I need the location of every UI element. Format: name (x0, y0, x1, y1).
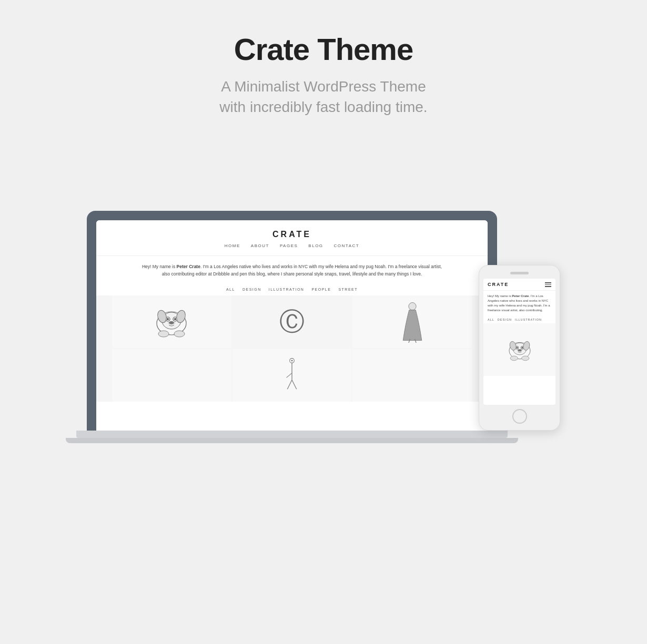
svg-point-9 (158, 331, 169, 337)
phone-home-button[interactable] (512, 409, 527, 424)
phone-screen: CRATE Hey! My name is Peter Crate. I'm a… (483, 279, 555, 405)
svg-line-17 (287, 380, 292, 389)
site-intro: Hey! My name is Peter Crate. I'm a Los A… (96, 256, 488, 284)
nav-home[interactable]: HOME (225, 243, 240, 248)
phone-site-header: CRATE (483, 279, 555, 291)
nav-pages[interactable]: PAGES (280, 243, 298, 248)
gallery-cell-1 (112, 295, 231, 348)
filter-design[interactable]: DESIGN (242, 288, 261, 291)
svg-point-25 (521, 347, 523, 349)
phone-filter-illustration[interactable]: ILLUSTRATION (515, 318, 542, 321)
site-header: CRATE HOME ABOUT PAGES BLOG CONTACT (96, 220, 488, 256)
site-filters: ALL DESIGN ILLUSTRATION PEOPLE STREET (96, 284, 488, 295)
svg-line-16 (286, 373, 292, 377)
laptop-screen: CRATE HOME ABOUT PAGES BLOG CONTACT Hey!… (96, 220, 488, 431)
phone-logo: CRATE (488, 282, 509, 287)
gallery-cell-6 (352, 349, 472, 402)
filter-all[interactable]: ALL (226, 288, 235, 291)
phone-body: CRATE Hey! My name is Peter Crate. I'm a… (479, 265, 560, 431)
gallery-cell-5 (232, 349, 352, 402)
decorative-c: Ⓒ (279, 305, 305, 339)
nav-blog[interactable]: BLOG (308, 243, 323, 248)
filter-street[interactable]: STREET (338, 288, 358, 291)
gallery-cell-4 (112, 349, 231, 402)
filter-illustration[interactable]: ILLUSTRATION (269, 288, 305, 291)
phone-filters: ALL DESIGN ILLUSTRATION (483, 316, 555, 323)
svg-point-10 (174, 331, 185, 337)
svg-point-26 (518, 350, 521, 352)
devices-showcase: CRATE HOME ABOUT PAGES BLOG CONTACT Hey!… (87, 149, 560, 443)
phone-speaker (510, 272, 529, 274)
phone-intro: Hey! My name is Peter Crate. I'm a Los A… (483, 291, 555, 316)
laptop-base (76, 431, 508, 438)
phone-device: CRATE Hey! My name is Peter Crate. I'm a… (479, 265, 560, 431)
site-gallery: Ⓒ (96, 295, 488, 402)
svg-point-4 (167, 318, 169, 320)
svg-point-6 (169, 321, 174, 324)
site-nav: HOME ABOUT PAGES BLOG CONTACT (96, 239, 488, 251)
phone-gallery (483, 323, 555, 376)
svg-point-11 (409, 302, 416, 310)
hamburger-icon[interactable] (545, 282, 551, 287)
page-subtitle: A Minimalist WordPress Theme with incred… (219, 76, 427, 117)
laptop-foot (66, 438, 518, 443)
svg-point-5 (174, 318, 176, 320)
site-logo: CRATE (96, 230, 488, 239)
page-title: Crate Theme (234, 32, 413, 67)
gallery-cell-2: Ⓒ (232, 295, 352, 348)
phone-filter-design[interactable]: DESIGN (498, 318, 512, 321)
phone-filter-all[interactable]: ALL (488, 318, 494, 321)
svg-line-18 (292, 380, 297, 389)
nav-about[interactable]: ABOUT (251, 243, 269, 248)
svg-point-19 (291, 360, 293, 361)
svg-point-29 (510, 356, 518, 361)
laptop-device: CRATE HOME ABOUT PAGES BLOG CONTACT Hey!… (87, 211, 497, 443)
svg-point-30 (521, 356, 529, 361)
laptop-website: CRATE HOME ABOUT PAGES BLOG CONTACT Hey!… (96, 220, 488, 431)
nav-contact[interactable]: CONTACT (334, 243, 360, 248)
svg-point-24 (516, 347, 518, 349)
gallery-cell-3 (352, 295, 472, 348)
filter-people[interactable]: PEOPLE (311, 288, 331, 291)
